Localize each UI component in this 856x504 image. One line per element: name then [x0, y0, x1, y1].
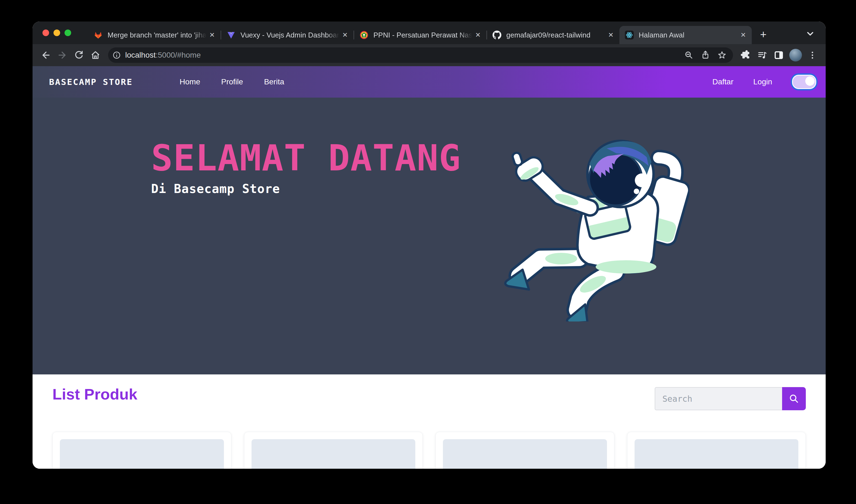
tab-list: Merge branch 'master' into 'jiha ✕ Vuexy…: [88, 21, 771, 44]
home-button[interactable]: [88, 48, 103, 62]
nav-link-daftar[interactable]: Daftar: [712, 77, 733, 86]
product-card-grid: [52, 432, 806, 469]
search-button[interactable]: [782, 387, 806, 410]
media-playlist-icon[interactable]: [755, 48, 769, 62]
image-placeholder: [60, 439, 224, 469]
image-placeholder: [251, 439, 415, 469]
page-content: BASECAMP STORE Home Profile Berita Dafta…: [33, 66, 826, 469]
hero-subtitle: Di Basecamp Store: [151, 182, 461, 196]
address-bar[interactable]: localhost:5000/#home: [108, 48, 733, 63]
ppni-icon: [360, 31, 369, 39]
tab-github[interactable]: gemafajar09/react-tailwind ✕: [487, 26, 619, 44]
zoom-window-button[interactable]: [65, 30, 71, 36]
search-input[interactable]: [655, 387, 782, 410]
url-text[interactable]: localhost:5000/#home: [125, 51, 201, 59]
toggle-knob: [805, 76, 815, 86]
brand-logo[interactable]: BASECAMP STORE: [49, 77, 133, 87]
tab-ppni[interactable]: PPNI - Persatuan Perawat Nasi ✕: [354, 26, 486, 44]
gitlab-icon: [94, 31, 103, 39]
reload-button[interactable]: [72, 48, 86, 62]
search-icon: [788, 393, 800, 404]
image-placeholder: [635, 439, 799, 469]
tab-gitlab-merge[interactable]: Merge branch 'master' into 'jiha ✕: [88, 26, 220, 44]
vuexy-icon: [227, 31, 235, 39]
tab-title: PPNI - Persatuan Perawat Nasi: [373, 31, 473, 39]
tab-close-icon[interactable]: ✕: [208, 30, 217, 40]
site-navbar: BASECAMP STORE Home Profile Berita Dafta…: [33, 66, 826, 97]
product-card[interactable]: [52, 432, 231, 469]
new-tab-button[interactable]: +: [755, 27, 771, 42]
tab-close-icon[interactable]: ✕: [738, 30, 748, 40]
product-card[interactable]: [627, 432, 806, 469]
tab-title: gemafajar09/react-tailwind: [506, 31, 606, 39]
nav-link-profile[interactable]: Profile: [221, 77, 243, 86]
tab-close-icon[interactable]: ✕: [473, 30, 483, 40]
theme-toggle[interactable]: [792, 75, 816, 89]
hero-title: SELAMAT DATANG: [151, 139, 461, 178]
bookmark-star-icon[interactable]: [715, 48, 729, 62]
sidebar-panel-icon[interactable]: [772, 48, 786, 62]
product-card[interactable]: [435, 432, 614, 469]
nav-link-login[interactable]: Login: [753, 77, 772, 86]
forward-button[interactable]: [55, 48, 70, 62]
astronaut-illustration: [496, 128, 690, 322]
browser-menu-icon[interactable]: [805, 48, 820, 62]
tab-title: Merge branch 'master' into 'jiha: [108, 31, 208, 39]
section-heading: List Produk: [52, 386, 137, 402]
products-section: List Produk: [33, 374, 826, 469]
product-card[interactable]: [244, 432, 423, 469]
react-icon: [625, 31, 634, 39]
image-placeholder: [443, 439, 607, 469]
minimize-window-button[interactable]: [54, 30, 60, 36]
tab-vuexy[interactable]: Vuexy - Vuejs Admin Dashboar ✕: [221, 26, 354, 44]
extensions-icon[interactable]: [738, 48, 753, 62]
nav-actions: Daftar Login: [712, 75, 816, 89]
traffic-lights[interactable]: [42, 30, 71, 36]
close-window-button[interactable]: [42, 30, 49, 36]
search-box: [655, 387, 806, 410]
hero-section: SELAMAT DATANG Di Basecamp Store: [33, 97, 826, 374]
tab-title: Halaman Awal: [639, 31, 738, 39]
nav-link-home[interactable]: Home: [180, 77, 200, 86]
tab-strip: Merge branch 'master' into 'jiha ✕ Vuexy…: [33, 21, 826, 44]
tab-close-icon[interactable]: ✕: [340, 30, 350, 40]
nav-links: Home Profile Berita: [180, 77, 284, 86]
tab-halaman-awal-active[interactable]: Halaman Awal ✕: [619, 26, 752, 44]
back-button[interactable]: [39, 48, 53, 62]
profile-avatar[interactable]: [789, 49, 802, 61]
github-icon: [493, 31, 501, 39]
site-info-icon[interactable]: [112, 51, 121, 60]
zoom-out-icon[interactable]: [682, 48, 696, 62]
tab-close-icon[interactable]: ✕: [606, 30, 616, 40]
tab-title: Vuexy - Vuejs Admin Dashboar: [240, 31, 340, 39]
browser-window: Merge branch 'master' into 'jiha ✕ Vuexy…: [33, 21, 826, 469]
share-icon[interactable]: [698, 48, 713, 62]
tab-search-chevron-icon[interactable]: [805, 28, 816, 39]
browser-toolbar: localhost:5000/#home: [33, 44, 826, 66]
nav-link-berita[interactable]: Berita: [264, 77, 284, 86]
